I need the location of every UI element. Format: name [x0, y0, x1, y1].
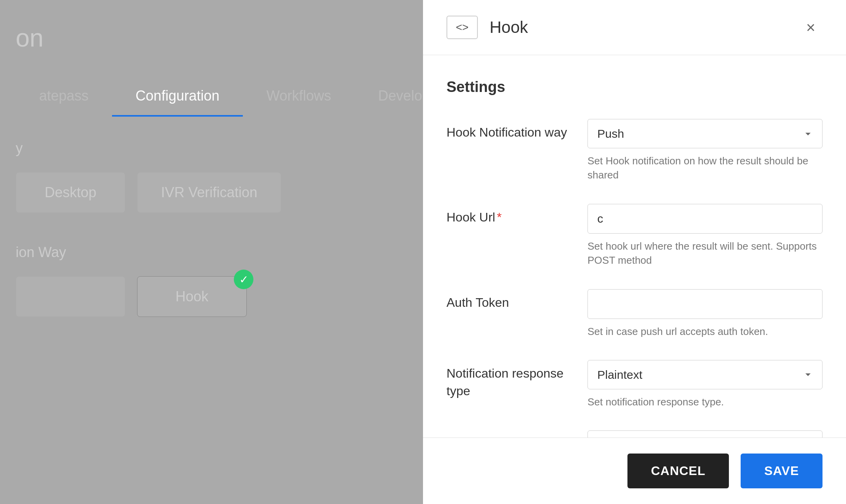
hook-url-label-col: Hook Url*	[446, 204, 572, 226]
auth-token-label-col: Auth Token	[446, 289, 572, 311]
bg-tab-workflows: Workflows	[243, 76, 354, 116]
hook-url-row: Hook Url* Set hook url where the result …	[446, 204, 822, 268]
hook-failure-threshold-label-col: Hook failure threshold*	[446, 430, 572, 437]
hook-url-label: Hook Url*	[446, 210, 502, 224]
hook-failure-threshold-input[interactable]	[588, 430, 822, 437]
hook-notification-way-select[interactable]: Push Pull	[588, 119, 822, 148]
bg-card-hook: Hook ✓	[137, 276, 247, 317]
bg-section-label2: ion Way	[16, 244, 407, 261]
panel-header: <> Hook ×	[423, 0, 846, 55]
hook-failure-threshold-row: Hook failure threshold* Email will be se…	[446, 430, 822, 437]
notification-response-type-field-col: Plaintext JSON XML Set notification resp…	[588, 360, 822, 409]
settings-heading: Settings	[446, 79, 822, 95]
auth-token-field-col: Set in case push url accepts auth token.	[588, 289, 822, 338]
background-overlay: on atepass Configuration Workflows Devel…	[0, 0, 423, 504]
hook-failure-threshold-field-col: Email will be sent to admin users when t…	[588, 430, 822, 437]
hook-url-hint: Set hook url where the result will be se…	[588, 239, 822, 268]
hook-notification-way-field-col: Push Pull Set Hook notification on how t…	[588, 119, 822, 182]
auth-token-hint: Set in case push url accepts auth token.	[588, 324, 822, 338]
panel-body: Settings Hook Notification way Push Pull…	[423, 55, 846, 437]
bg-cards: Desktop IVR Verification	[16, 172, 407, 213]
bg-tab-configuration: Configuration	[112, 76, 243, 116]
panel-header-left: <> Hook	[446, 16, 528, 39]
auth-token-label: Auth Token	[446, 295, 509, 310]
hook-settings-panel: <> Hook × Settings Hook Notification way…	[423, 0, 846, 504]
notification-response-type-row: Notification response type Plaintext JSO…	[446, 360, 822, 409]
hook-notification-way-label-col: Hook Notification way	[446, 119, 572, 141]
bg-card-ivr: IVR Verification	[137, 172, 281, 213]
panel-footer: CANCEL SAVE	[423, 437, 846, 504]
bg-card-empty	[16, 276, 125, 317]
bg-section-label: y	[16, 140, 407, 157]
hook-selected-checkmark: ✓	[234, 270, 253, 289]
panel-title: Hook	[490, 18, 528, 37]
auth-token-row: Auth Token Set in case push url accepts …	[446, 289, 822, 338]
close-button[interactable]: ×	[799, 16, 822, 39]
bg-tab-atepass: atepass	[16, 76, 112, 116]
hook-url-required: *	[497, 210, 501, 224]
code-icon: <>	[446, 16, 478, 39]
bg-cards2: Hook ✓	[16, 276, 407, 317]
notification-response-type-label-col: Notification response type	[446, 360, 572, 400]
save-button[interactable]: SAVE	[741, 454, 822, 488]
hook-url-field-col: Set hook url where the result will be se…	[588, 204, 822, 268]
notification-response-type-label: Notification response type	[446, 366, 564, 398]
bg-heading: on	[16, 23, 407, 52]
hook-notification-way-hint: Set Hook notification on how the result …	[588, 154, 822, 182]
bg-tabs: atepass Configuration Workflows Develope…	[16, 76, 407, 117]
hook-notification-way-row: Hook Notification way Push Pull Set Hook…	[446, 119, 822, 182]
notification-response-type-hint: Set notification response type.	[588, 395, 822, 409]
cancel-button[interactable]: CANCEL	[627, 454, 729, 488]
auth-token-input[interactable]	[588, 289, 822, 319]
hook-url-input[interactable]	[588, 204, 822, 234]
bg-card-desktop: Desktop	[16, 172, 125, 213]
hook-notification-way-label: Hook Notification way	[446, 125, 567, 139]
notification-response-type-select[interactable]: Plaintext JSON XML	[588, 360, 822, 389]
